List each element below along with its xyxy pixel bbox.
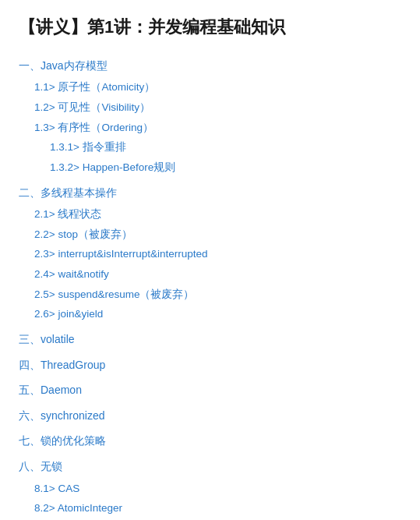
toc-item-s1-3-2[interactable]: 1.3.2> Happen-Before规则 [19,157,401,178]
toc-link-s8[interactable]: 八、无锁 [19,460,62,472]
toc-item-s2-6[interactable]: 2.6> join&yield [19,304,401,324]
toc-item-s5[interactable]: 五、Daemon [19,380,401,401]
toc-item-s2[interactable]: 二、多线程基本操作 [19,182,401,203]
toc-item-s2-5[interactable]: 2.5> suspend&resume（被废弃） [19,285,401,305]
toc-item-s3[interactable]: 三、volatile [19,329,401,350]
toc-item-s2-4[interactable]: 2.4> wait&notify [19,264,401,285]
page-title: 【讲义】第1讲：并发编程基础知识 [19,16,401,40]
toc-item-s1-2[interactable]: 1.2> 可见性（Visibility） [19,97,401,118]
toc-item-s8[interactable]: 八、无锁 [19,456,401,477]
toc-link-s2-1[interactable]: 2.1> 线程状态 [34,208,101,220]
toc-item-s1[interactable]: 一、Java内存模型 [19,55,401,76]
toc-link-s3[interactable]: 三、volatile [19,333,75,345]
toc-item-s8-1[interactable]: 8.1> CAS [19,479,401,499]
toc-link-s1-3-2[interactable]: 1.3.2> Happen-Before规则 [50,161,175,173]
toc-item-s8-2[interactable]: 8.2> AtomicInteger [19,498,401,518]
toc-link-s1-2[interactable]: 1.2> 可见性（Visibility） [34,101,150,113]
toc-link-s4[interactable]: 四、ThreadGroup [19,359,105,371]
toc-container: 一、Java内存模型1.1> 原子性（Atomicity）1.2> 可见性（Vi… [19,55,401,520]
toc-link-s2-2[interactable]: 2.2> stop（被废弃） [34,228,132,240]
toc-link-s5[interactable]: 五、Daemon [19,384,82,396]
toc-link-s2[interactable]: 二、多线程基本操作 [19,186,117,199]
toc-item-s1-3[interactable]: 1.3> 有序性（Ordering） [19,118,401,138]
toc-link-s1-3-1[interactable]: 1.3.1> 指令重排 [50,141,126,153]
toc-link-s1-1[interactable]: 1.1> 原子性（Atomicity） [34,81,155,93]
toc-link-s2-3[interactable]: 2.3> interrupt&isInterrupt&interrupted [34,248,208,260]
toc-item-s7[interactable]: 七、锁的优化策略 [19,430,401,451]
toc-item-s1-1[interactable]: 1.1> 原子性（Atomicity） [19,77,401,97]
toc-link-s2-6[interactable]: 2.6> join&yield [34,308,103,320]
toc-item-s2-2[interactable]: 2.2> stop（被废弃） [19,225,401,245]
toc-link-s8-1[interactable]: 8.1> CAS [34,483,79,494]
toc-item-s2-1[interactable]: 2.1> 线程状态 [19,204,401,225]
toc-link-s2-5[interactable]: 2.5> suspend&resume（被废弃） [34,288,194,300]
toc-link-s8-2[interactable]: 8.2> AtomicInteger [34,502,122,514]
toc-link-s7[interactable]: 七、锁的优化策略 [19,434,106,447]
toc-item-s2-3[interactable]: 2.3> interrupt&isInterrupt&interrupted [19,244,401,264]
toc-link-s1[interactable]: 一、Java内存模型 [19,59,108,72]
toc-link-s2-4[interactable]: 2.4> wait&notify [34,268,109,280]
toc-link-s6[interactable]: 六、synchronized [19,409,105,422]
toc-item-s6[interactable]: 六、synchronized [19,405,401,426]
toc-item-s4[interactable]: 四、ThreadGroup [19,355,401,376]
toc-item-s1-3-1[interactable]: 1.3.1> 指令重排 [19,137,401,157]
toc-link-s1-3[interactable]: 1.3> 有序性（Ordering） [34,122,154,133]
